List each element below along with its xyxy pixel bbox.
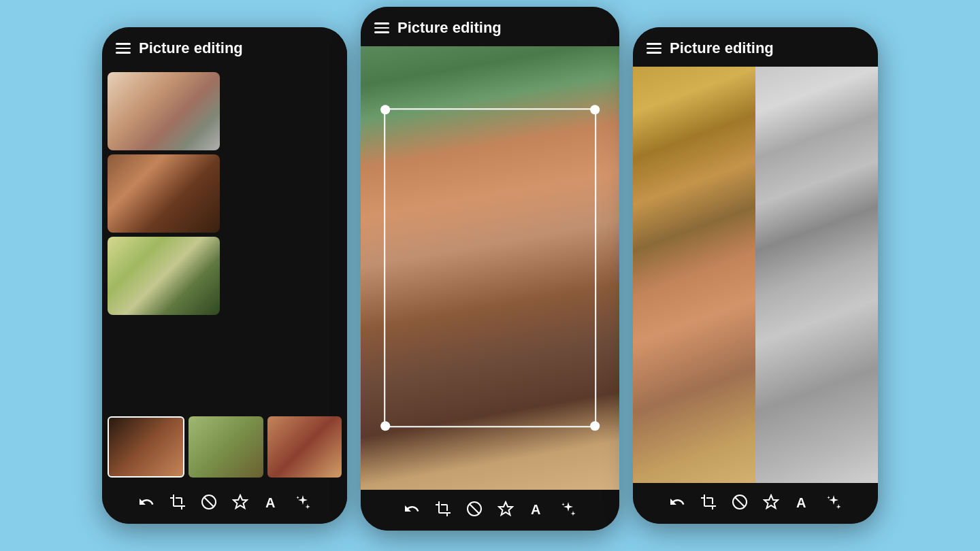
main-gallery — [108, 72, 342, 411]
filter-button-right[interactable] — [732, 494, 748, 510]
svg-text:A: A — [531, 502, 540, 517]
phone-center: Picture editing A — [361, 7, 619, 531]
image-grayscale-half — [755, 67, 878, 483]
thumbnail-2[interactable] — [189, 416, 263, 478]
text-button-center[interactable]: A — [529, 501, 545, 517]
text-button-right[interactable]: A — [794, 494, 811, 510]
image-color-half — [633, 67, 755, 483]
svg-line-1 — [204, 497, 214, 507]
page-title-right: Picture editing — [670, 39, 774, 57]
gallery-content — [102, 67, 347, 483]
svg-line-9 — [735, 497, 745, 507]
sparkle-button-left[interactable] — [295, 494, 311, 510]
gallery-image-1[interactable] — [108, 72, 220, 150]
adjust-button-right[interactable] — [763, 494, 779, 510]
thumbnail-row — [108, 416, 342, 478]
header-right: Picture editing — [633, 27, 878, 67]
svg-marker-10 — [764, 495, 778, 508]
svg-text:A: A — [796, 495, 806, 510]
toolbar-right: A — [633, 483, 878, 524]
header-center: Picture editing — [361, 7, 619, 46]
page-title-center: Picture editing — [397, 19, 502, 37]
svg-marker-2 — [233, 495, 247, 508]
undo-button-left[interactable] — [138, 494, 154, 510]
gallery-image-4[interactable] — [108, 237, 220, 315]
phone-right: Picture editing A — [633, 27, 878, 524]
svg-line-5 — [470, 504, 479, 514]
adjust-button-center[interactable] — [497, 501, 514, 517]
menu-icon-center[interactable] — [374, 22, 389, 33]
toolbar-left: A — [102, 483, 347, 524]
toolbar-center: A — [361, 490, 619, 531]
page-title-left: Picture editing — [139, 39, 243, 57]
undo-button-right[interactable] — [669, 494, 685, 510]
sparkle-button-right[interactable] — [826, 494, 842, 510]
crop-image-container[interactable] — [361, 46, 619, 490]
split-image-container — [633, 67, 878, 483]
sparkle-button-center[interactable] — [560, 501, 576, 517]
svg-marker-6 — [499, 502, 512, 515]
thumbnail-3[interactable] — [267, 416, 342, 478]
gallery-image-3[interactable] — [108, 154, 220, 233]
face-photo — [361, 46, 619, 490]
filter-button-left[interactable] — [201, 494, 217, 510]
split-content — [633, 67, 878, 483]
crop-button-center[interactable] — [435, 501, 451, 517]
menu-icon-left[interactable] — [116, 43, 131, 54]
header-left: Picture editing — [102, 27, 347, 67]
crop-content — [361, 46, 619, 490]
filter-button-center[interactable] — [466, 501, 483, 517]
gallery-col-left — [108, 72, 220, 411]
adjust-button-left[interactable] — [232, 494, 248, 510]
text-button-left[interactable]: A — [263, 494, 280, 510]
phone-left: Picture editing — [102, 27, 347, 524]
thumbnail-1[interactable] — [108, 416, 184, 478]
menu-icon-right[interactable] — [647, 43, 662, 54]
svg-text:A: A — [265, 495, 275, 510]
crop-button-right[interactable] — [700, 494, 717, 510]
crop-button-left[interactable] — [169, 494, 186, 510]
undo-button-center[interactable] — [404, 501, 420, 517]
